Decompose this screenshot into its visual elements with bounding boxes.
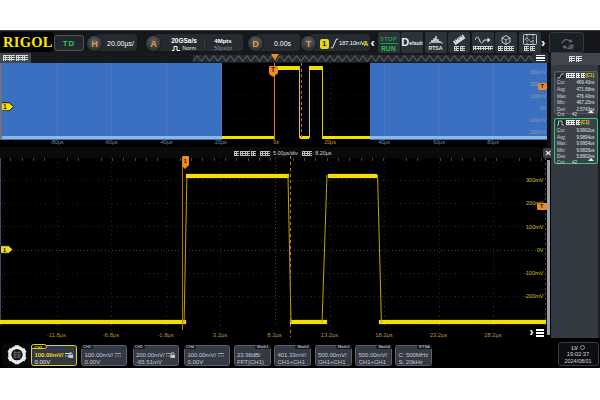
svg-text:1: 1 [3,103,7,110]
svg-text:1: 1 [3,246,7,253]
